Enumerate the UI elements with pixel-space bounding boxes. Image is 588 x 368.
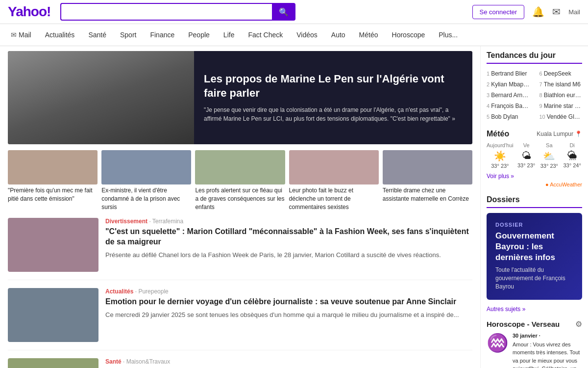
article-desc-0: Présente au défilé Chanel lors de la Fas… — [105, 250, 472, 260]
nav-item-fact-check[interactable]: Fact Check — [241, 24, 290, 46]
nav-item-sante[interactable]: Santé — [81, 24, 113, 46]
trending-item-0[interactable]: 1Bertrand Blier — [487, 69, 530, 79]
horoscope-text-area: 30 janvier · Amour : Vous vivrez des mom… — [513, 333, 582, 368]
nav-item-auto[interactable]: Auto — [324, 24, 352, 46]
dossier-box[interactable]: DOSSIER Gouvernement Bayrou : les derniè… — [487, 213, 582, 300]
card-1[interactable]: Ex-ministre, il vient d'être condamné à … — [101, 150, 191, 211]
header-actions: Se connecter 🔔 ✉ Mail — [472, 5, 580, 19]
search-input[interactable] — [60, 3, 272, 21]
trending-label-2: Bernard Arnault — [491, 92, 529, 99]
meteo-day-name-2: Sa — [539, 142, 559, 148]
settings-icon[interactable]: ⚙ — [575, 319, 582, 329]
trending-label-8: Marine star academy — [544, 103, 582, 109]
article-source-0: Terrafemina — [152, 218, 183, 225]
bell-icon[interactable]: 🔔 — [532, 6, 544, 18]
nav-item-actualites[interactable]: Actualités — [38, 24, 82, 46]
meteo-day-name-1: Ve — [516, 142, 537, 148]
dossier-title: Gouvernement Bayrou : les dernières info… — [495, 231, 573, 263]
meteo-icon-1: 🌤 — [516, 150, 537, 161]
trending-item-5[interactable]: 6DeepSeek — [539, 69, 583, 79]
card-2[interactable]: Les profs alertent sur ce fléau qui a de… — [195, 150, 285, 211]
main-layout: Les propos de Marine Le Pen sur l'Algéri… — [0, 46, 588, 368]
nav-item-people[interactable]: People — [181, 24, 217, 46]
article-content-1: Actualités · Purepeople Emotion pour le … — [105, 288, 472, 342]
content-area: Les propos de Marine Le Pen sur l'Algéri… — [0, 46, 480, 368]
article-meta-2: Santé · Maison&Travaux — [105, 358, 472, 365]
horoscope-date: 30 janvier · — [513, 333, 582, 339]
trending-section: Tendances du jour 1Bertrand Blier 6DeepS… — [487, 51, 582, 122]
meteo-temps-1: 33° 23° — [516, 162, 537, 168]
trending-num-1: 2 — [487, 81, 490, 87]
trending-num-2: 3 — [487, 92, 490, 98]
trending-item-9[interactable]: 10Vendée Globe 2024 — [539, 112, 583, 122]
nav-item-life[interactable]: Life — [217, 24, 242, 46]
navigation: ✉ Mail Actualités Santé Sport Finance Pe… — [0, 24, 588, 46]
header: Yahoo! 🔍 Se connecter 🔔 ✉ Mail — [0, 0, 588, 24]
nav-item-horoscope[interactable]: Horoscope — [385, 24, 432, 46]
hero-title: Les propos de Marine Le Pen sur l'Algéri… — [204, 72, 463, 100]
card-image-2 — [195, 150, 285, 184]
trending-label-1: Kylian Mbappé — [491, 81, 529, 88]
mail-icon[interactable]: ✉ — [552, 6, 561, 18]
cards-row: "Première fois qu'un mec me fait pitié d… — [8, 150, 472, 211]
card-4[interactable]: Terrible drame chez une assistante mater… — [383, 150, 472, 211]
search-bar: 🔍 — [60, 3, 295, 21]
card-image-1 — [101, 150, 191, 184]
trending-grid: 1Bertrand Blier 6DeepSeek 2Kylian Mbappé… — [487, 69, 582, 122]
card-0[interactable]: "Première fois qu'un mec me fait pitié d… — [8, 150, 98, 211]
dossier-desc: Toute l'actualité du gouvernement de Fra… — [495, 266, 573, 290]
trending-num-7: 8 — [539, 92, 542, 98]
article-source-1: Purepeople — [138, 288, 168, 295]
meteo-icon-2: ⛅ — [539, 150, 559, 162]
article-title-1[interactable]: Emotion pour le dernier voyage d'un célè… — [105, 297, 472, 307]
article-title-0[interactable]: "C'est un squelette" : Marion Cotillard … — [105, 227, 472, 247]
nav-item-meteo[interactable]: Météo — [352, 24, 385, 46]
card-text-0: "Première fois qu'un mec me fait pitié d… — [8, 186, 98, 203]
nav-item-finance[interactable]: Finance — [143, 24, 181, 46]
meteo-day-3: Di 🌦 33° 24° — [562, 142, 582, 169]
nav-item-sport[interactable]: Sport — [113, 24, 143, 46]
trending-item-2[interactable]: 3Bernard Arnault — [487, 90, 530, 100]
card-text-4: Terrible drame chez une assistante mater… — [383, 186, 472, 203]
nav-mail-icon: ✉ — [11, 31, 17, 39]
meteo-location-text: Kuala Lumpur — [537, 131, 573, 137]
horoscope-text: Amour : Vous vivrez des moments très int… — [513, 341, 582, 368]
trending-item-1[interactable]: 2Kylian Mbappé — [487, 79, 530, 89]
dossier-label: DOSSIER — [495, 222, 573, 228]
article-0: Divertissement · Terrafemina "C'est un s… — [8, 218, 472, 280]
se-connecter-button[interactable]: Se connecter — [472, 5, 525, 19]
hero[interactable]: Les propos de Marine Le Pen sur l'Algéri… — [8, 51, 472, 144]
trending-label-5: DeepSeek — [544, 70, 571, 77]
trending-item-6[interactable]: 7The island M6 — [539, 79, 583, 89]
search-button[interactable]: 🔍 — [272, 3, 295, 21]
article-category-2: Santé — [105, 358, 122, 365]
meteo-icon-3: 🌦 — [562, 150, 582, 161]
card-image-4 — [383, 150, 472, 184]
meteo-section: Météo Kuala Lumpur 📍 Aujourd'hui ☀️ 33° … — [487, 130, 582, 187]
trending-label-3: François Bayrou — [491, 103, 529, 109]
trending-item-7[interactable]: 8Biathlon europe — [539, 90, 583, 100]
meteo-voir-plus-link[interactable]: Voir plus » — [487, 173, 514, 180]
card-text-2: Les profs alertent sur ce fléau qui a de… — [195, 186, 285, 211]
trending-item-8[interactable]: 9Marine star academy — [539, 101, 583, 111]
meteo-temps-0: 33° 23° — [487, 163, 514, 169]
card-3[interactable]: Leur photo fait le buzz et déclenche un … — [289, 150, 379, 211]
nav-mail[interactable]: ✉ Mail — [4, 24, 38, 46]
meteo-day-1: Ve 🌤 33° 23° — [516, 142, 537, 169]
trending-item-3[interactable]: 4François Bayrou — [487, 101, 530, 111]
trending-item-4[interactable]: 5Bob Dylan — [487, 112, 530, 122]
meteo-day-0: Aujourd'hui ☀️ 33° 23° — [487, 142, 514, 169]
meteo-header: Météo Kuala Lumpur 📍 — [487, 130, 582, 138]
meteo-icon-0: ☀️ — [487, 150, 514, 162]
trending-label-4: Bob Dylan — [491, 113, 518, 120]
card-image-3 — [289, 150, 379, 184]
trending-num-8: 9 — [539, 103, 542, 109]
horoscope-title: Horoscope - Verseau — [487, 320, 560, 328]
nav-item-plus[interactable]: Plus... — [432, 24, 465, 46]
nav-item-videos[interactable]: Vidéos — [290, 24, 324, 46]
sidebar: Tendances du jour 1Bertrand Blier 6DeepS… — [480, 46, 588, 368]
trending-num-3: 4 — [487, 103, 490, 109]
meteo-title: Météo — [487, 130, 509, 138]
autres-sujets-link[interactable]: Autres sujets » — [487, 306, 525, 313]
article-meta-1: Actualités · Purepeople — [105, 288, 472, 295]
